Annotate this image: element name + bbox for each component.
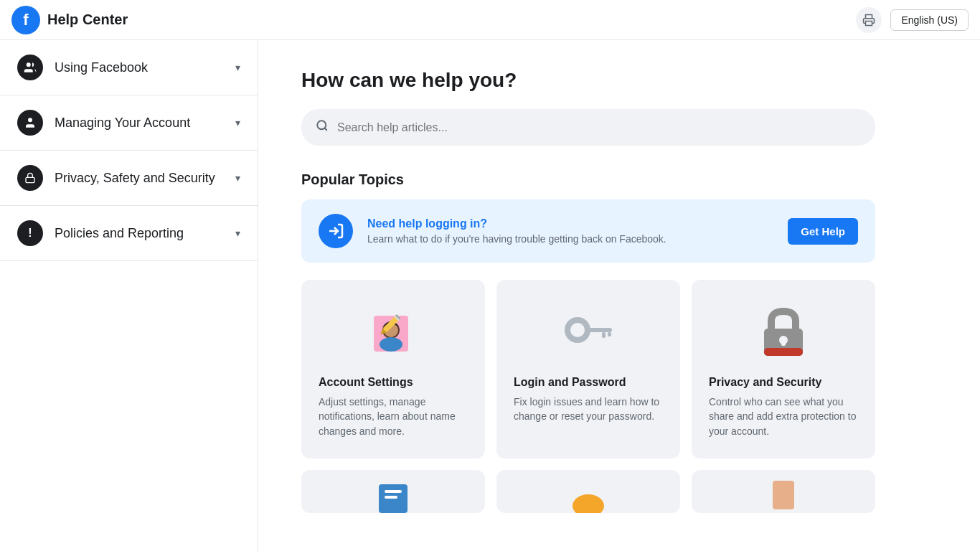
svg-rect-3	[26, 177, 34, 182]
privacy-safety-icon	[17, 165, 43, 191]
managing-account-icon	[17, 110, 43, 136]
page-title: How can we help you?	[301, 69, 937, 92]
bottom-cards-partial	[301, 470, 875, 513]
chevron-down-icon: ▾	[235, 117, 240, 128]
print-button[interactable]	[856, 7, 882, 33]
login-banner-text: Need help logging in? Learn what to do i…	[367, 217, 773, 245]
bottom-card-3[interactable]	[692, 470, 875, 513]
bottom-card-1-icon	[372, 470, 415, 513]
login-banner-description: Learn what to do if you're having troubl…	[367, 233, 773, 245]
login-banner: Need help logging in? Learn what to do i…	[301, 199, 875, 263]
topic-card-privacy-security[interactable]: Privacy and Security Control who can see…	[692, 280, 875, 458]
svg-point-27	[573, 494, 604, 513]
using-facebook-icon	[17, 55, 43, 80]
account-settings-card-title: Account Settings	[319, 376, 468, 389]
svg-rect-28	[773, 481, 794, 509]
privacy-security-icon-area	[709, 300, 858, 364]
sidebar-item-policies-reporting[interactable]: ! Policies and Reporting ▾	[0, 206, 258, 261]
svg-line-5	[324, 128, 326, 130]
svg-point-2	[28, 118, 32, 122]
privacy-security-illustration	[751, 300, 816, 364]
svg-rect-21	[764, 348, 803, 356]
chevron-down-icon: ▾	[235, 172, 240, 184]
sidebar-label-using-facebook: Using Facebook	[55, 60, 148, 75]
bottom-card-2[interactable]	[496, 470, 680, 513]
help-center-title: Help Center	[47, 11, 128, 28]
topic-card-login-password[interactable]: Login and Password Fix login issues and …	[496, 280, 680, 458]
login-help-icon	[319, 214, 353, 248]
search-input[interactable]	[337, 121, 861, 134]
topic-cards-grid: Account Settings Adjust settings, manage…	[301, 280, 875, 458]
svg-rect-0	[866, 21, 872, 25]
svg-rect-17	[588, 328, 612, 332]
bottom-card-2-icon	[567, 470, 610, 513]
svg-point-16	[570, 323, 585, 337]
login-password-icon-area	[514, 300, 663, 364]
svg-rect-19	[608, 332, 611, 336]
svg-rect-23	[781, 340, 786, 346]
sidebar-item-privacy-safety[interactable]: Privacy, Safety and Security ▾	[0, 151, 258, 206]
main-layout: Using Facebook ▾ Managing Your Account ▾	[0, 40, 980, 551]
get-help-button[interactable]: Get Help	[788, 218, 858, 245]
main-content: How can we help you? Popular Topics	[258, 40, 980, 551]
svg-point-1	[27, 62, 31, 67]
svg-rect-26	[385, 496, 397, 499]
header-left: f Help Center	[11, 6, 128, 34]
login-banner-title: Need help logging in?	[367, 217, 773, 230]
privacy-security-card-title: Privacy and Security	[709, 376, 858, 389]
bottom-card-3-icon	[762, 470, 805, 513]
sidebar-item-using-facebook[interactable]: Using Facebook ▾	[0, 40, 258, 95]
sidebar-label-policies-reporting: Policies and Reporting	[55, 226, 184, 241]
search-icon	[316, 119, 329, 136]
svg-point-4	[317, 121, 326, 129]
topic-card-account-settings[interactable]: Account Settings Adjust settings, manage…	[301, 280, 485, 458]
search-container	[301, 109, 875, 146]
bottom-card-1[interactable]	[301, 470, 485, 513]
privacy-security-card-desc: Control who can see what you share and a…	[709, 395, 858, 438]
account-settings-illustration	[361, 300, 425, 364]
facebook-logo: f	[11, 6, 40, 34]
sidebar-label-privacy-safety: Privacy, Safety and Security	[55, 171, 215, 186]
language-button[interactable]: English (US)	[890, 9, 969, 31]
svg-rect-25	[385, 490, 402, 493]
printer-icon	[862, 14, 875, 27]
account-settings-card-desc: Adjust settings, manage notifications, l…	[319, 395, 468, 438]
sidebar: Using Facebook ▾ Managing Your Account ▾	[0, 40, 258, 551]
popular-topics-title: Popular Topics	[301, 171, 937, 188]
login-password-illustration	[556, 300, 621, 364]
account-settings-icon-area	[319, 300, 468, 364]
header-right: English (US)	[856, 7, 969, 33]
login-password-card-desc: Fix login issues and learn how to change…	[514, 395, 663, 424]
sidebar-label-managing-account: Managing Your Account	[55, 116, 190, 131]
header: f Help Center English (US)	[0, 0, 980, 40]
sidebar-item-managing-account[interactable]: Managing Your Account ▾	[0, 95, 258, 151]
svg-rect-18	[602, 332, 606, 338]
chevron-down-icon: ▾	[235, 62, 240, 73]
svg-point-9	[380, 337, 402, 352]
chevron-down-icon: ▾	[235, 227, 240, 239]
login-password-card-title: Login and Password	[514, 376, 663, 389]
policies-reporting-icon: !	[17, 220, 43, 246]
